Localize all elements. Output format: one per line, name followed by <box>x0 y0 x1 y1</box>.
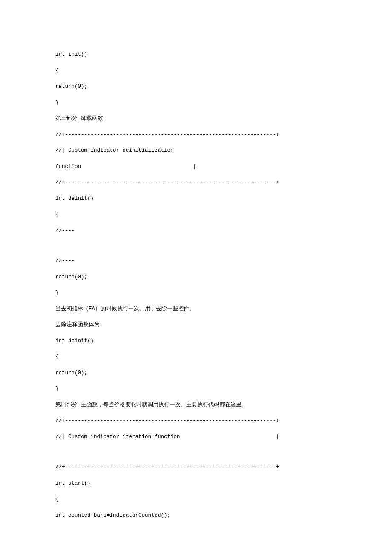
code-line: { <box>55 67 337 75</box>
blank-line <box>55 449 337 464</box>
code-line: } <box>55 289 337 297</box>
code-line: int start() <box>55 480 337 488</box>
code-line: int counted_bars=IndicatorCounted(); <box>55 512 337 520</box>
code-line: { <box>55 496 337 503</box>
text-line: 第四部分 主函数，每当价格变化时就调用执行一次。主要执行代码都在这里。 <box>55 402 337 409</box>
code-line: return(0); <box>55 83 337 91</box>
code-line: int init() <box>55 51 337 59</box>
code-line: return(0); <box>55 370 337 377</box>
code-line: { <box>55 353 337 361</box>
code-line: //---- <box>55 257 337 265</box>
code-line: function | <box>55 163 337 171</box>
text-line: 当去初指标（EA）的时候执行一次。用于去除一些控件。 <box>55 306 337 313</box>
text-line: 去除注释函数体为 <box>55 321 337 329</box>
blank-line <box>55 243 337 257</box>
code-line: int deinit() <box>55 195 337 203</box>
code-line: { <box>55 211 337 219</box>
code-line: //| Custom indicator deinitialization <box>55 147 337 155</box>
code-line: //+-------------------------------------… <box>55 131 337 139</box>
code-line: //+-------------------------------------… <box>55 417 337 425</box>
code-line: //+-------------------------------------… <box>55 179 337 187</box>
text-line: 第三部分 卸载函数 <box>55 115 337 123</box>
code-line: int deinit() <box>55 338 337 345</box>
code-line: } <box>55 385 337 393</box>
code-line: //+-------------------------------------… <box>55 464 337 471</box>
code-line: } <box>55 99 337 107</box>
code-line: //---- <box>55 227 337 235</box>
code-line: //| Custom indicator iteration function … <box>55 434 337 441</box>
code-line: return(0); <box>55 274 337 281</box>
